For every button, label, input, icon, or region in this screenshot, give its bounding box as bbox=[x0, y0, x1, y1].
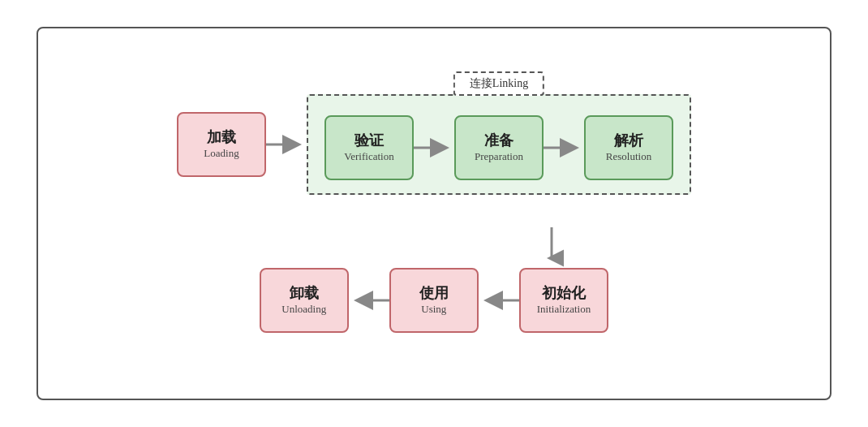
box-initialization: 初始化 Initialization bbox=[519, 268, 608, 333]
resolution-subtitle: Resolution bbox=[606, 150, 651, 164]
loading-title: 加载 bbox=[207, 128, 236, 147]
initialization-subtitle: Initialization bbox=[537, 303, 591, 317]
row2: 卸载 Unloading 使用 Using bbox=[260, 268, 608, 333]
linking-group: 连接Linking 验证 Verification bbox=[307, 94, 691, 195]
box-using: 使用 Using bbox=[389, 268, 479, 333]
arrow-verification-to-preparation bbox=[414, 136, 454, 160]
preparation-subtitle: Preparation bbox=[475, 150, 523, 164]
row1: 加载 Loading 连接Linking bbox=[177, 94, 691, 195]
loading-subtitle: Loading bbox=[204, 147, 238, 161]
initialization-title: 初始化 bbox=[542, 284, 586, 303]
diagram-container: 加载 Loading 连接Linking bbox=[37, 27, 831, 400]
rows-wrapper: 卸载 Unloading 使用 Using bbox=[260, 227, 608, 333]
using-subtitle: Using bbox=[421, 303, 446, 317]
linking-label: 连接Linking bbox=[453, 71, 544, 96]
arrow-using-to-unloading bbox=[349, 288, 389, 313]
linking-label-text: 连接Linking bbox=[470, 77, 528, 89]
linking-inner: 验证 Verification bbox=[307, 94, 691, 195]
box-verification: 验证 Verification bbox=[324, 115, 414, 180]
arrow-resolution-to-initialization bbox=[539, 227, 564, 268]
unloading-subtitle: Unloading bbox=[281, 303, 326, 317]
vertical-arrow-wrapper bbox=[260, 227, 608, 268]
using-title: 使用 bbox=[419, 284, 449, 303]
box-resolution: 解析 Resolution bbox=[584, 115, 673, 180]
verification-subtitle: Verification bbox=[344, 150, 393, 164]
verification-title: 验证 bbox=[355, 132, 384, 150]
unloading-title: 卸载 bbox=[290, 284, 319, 303]
arrow-preparation-to-resolution bbox=[544, 136, 584, 160]
arrow-loading-to-verification bbox=[266, 132, 307, 157]
arrow-initialization-to-using bbox=[479, 288, 519, 313]
box-loading: 加载 Loading bbox=[177, 112, 266, 177]
resolution-title: 解析 bbox=[614, 132, 643, 150]
box-unloading: 卸载 Unloading bbox=[260, 268, 349, 333]
preparation-title: 准备 bbox=[484, 132, 513, 150]
box-preparation: 准备 Preparation bbox=[454, 115, 544, 180]
